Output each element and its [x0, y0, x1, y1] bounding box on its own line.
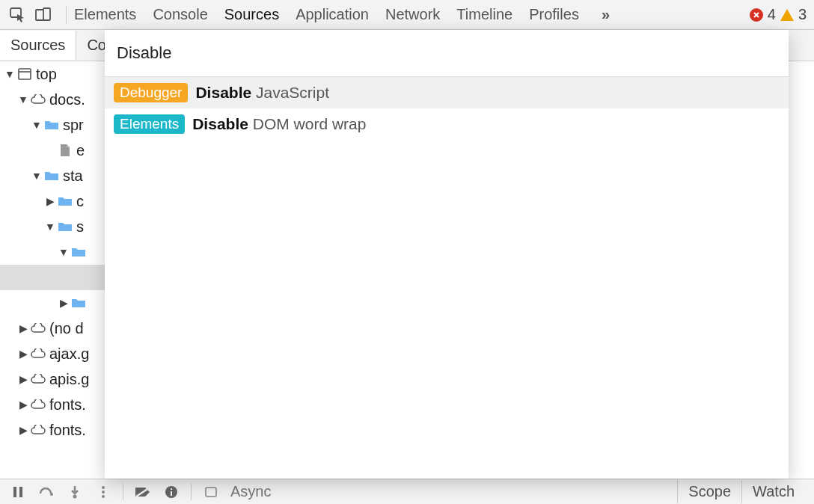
step-into-icon[interactable] [66, 483, 84, 501]
pause-icon[interactable] [9, 483, 27, 501]
tree-row[interactable]: ▼docs. [0, 87, 105, 112]
tab-profiles[interactable]: Profiles [529, 6, 579, 23]
tab-sources[interactable]: Sources [224, 6, 279, 23]
svg-point-9 [102, 486, 105, 489]
debugger-toolbar: Async Scope Watch [0, 479, 814, 504]
tree-label: s [76, 218, 84, 236]
tree-row[interactable]: ▼ [0, 239, 105, 265]
svg-rect-3 [19, 69, 31, 79]
inspect-icon[interactable] [7, 6, 28, 24]
warning-count: 3 [798, 6, 807, 23]
error-icon[interactable] [750, 8, 763, 22]
frame-icon [16, 68, 33, 80]
toolbar-separator [191, 484, 192, 500]
tree-row[interactable] [0, 265, 105, 290]
tree-row[interactable]: ▼s [0, 214, 105, 239]
tree-row[interactable]: ▶ [0, 290, 105, 316]
folder-icon [70, 298, 87, 308]
svg-rect-15 [171, 488, 172, 490]
error-count: 4 [768, 6, 776, 23]
tree-row[interactable]: ▶fonts. [0, 417, 105, 443]
disclosure-down-icon[interactable]: ▼ [45, 221, 55, 233]
scope-tab[interactable]: Scope [677, 480, 741, 503]
tab-application[interactable]: Application [296, 6, 369, 23]
disclosure-down-icon[interactable]: ▼ [18, 93, 28, 105]
devtools-top-toolbar: Elements Console Sources Application Net… [0, 0, 814, 30]
svg-rect-5 [13, 487, 16, 497]
deactivate-breakpoints-icon[interactable] [134, 483, 152, 501]
command-item-text: Disable DOM word wrap [192, 115, 366, 133]
disclosure-down-icon[interactable]: ▼ [31, 170, 42, 182]
cloud-icon [30, 425, 46, 435]
svg-rect-14 [171, 491, 172, 496]
svg-point-8 [73, 494, 77, 498]
cloud-icon [30, 348, 46, 359]
tree-label: e [76, 142, 85, 159]
tree-label: spr [63, 117, 84, 134]
tree-label: fonts. [49, 422, 86, 439]
svg-point-10 [102, 491, 105, 494]
file-icon [57, 144, 73, 157]
disclosure-down-icon[interactable]: ▼ [31, 119, 42, 131]
watch-tab[interactable]: Watch [741, 480, 805, 503]
disclosure-right-icon[interactable]: ▶ [45, 195, 55, 207]
disclosure-right-icon[interactable]: ▶ [18, 322, 28, 334]
debugger-right-tabs: Scope Watch [677, 480, 805, 503]
tree-label: fonts. [49, 396, 86, 414]
tree-label: (no d [49, 320, 84, 337]
tree-row[interactable]: ▶ajax.g [0, 341, 105, 366]
tree-row[interactable]: ▼top [0, 61, 105, 87]
svg-rect-2 [43, 8, 50, 20]
toolbar-separator [66, 6, 67, 24]
step-over-icon[interactable] [37, 483, 55, 501]
disclosure-right-icon[interactable]: ▶ [18, 424, 28, 436]
async-checkbox-icon[interactable] [202, 483, 220, 501]
tab-network[interactable]: Network [385, 6, 440, 23]
command-menu-input[interactable] [105, 30, 789, 77]
more-tabs-icon[interactable]: » [602, 6, 610, 23]
disclosure-down-icon[interactable]: ▼ [58, 246, 69, 258]
disclosure-right-icon[interactable]: ▶ [18, 373, 28, 385]
command-section-badge: Debugger [114, 83, 188, 102]
svg-point-7 [50, 493, 53, 496]
devtools-tabs: Elements Console Sources Application Net… [74, 6, 750, 23]
tree-row[interactable]: e [0, 138, 105, 163]
tab-timeline[interactable]: Timeline [456, 6, 512, 23]
command-menu-item[interactable]: DebuggerDisable JavaScript [105, 77, 789, 108]
tree-label: top [36, 66, 57, 83]
tree-label: ajax.g [49, 345, 89, 363]
tree-row[interactable]: ▶c [0, 188, 105, 214]
tree-label: docs. [49, 91, 85, 108]
folder-icon [57, 221, 73, 232]
folder-icon [70, 247, 87, 257]
folder-icon [43, 120, 60, 130]
file-tree: ▼top▼docs.▼spre▼sta▶c▼s▼▶▶(no d▶ajax.g▶a… [0, 61, 105, 479]
pause-on-exceptions-icon[interactable] [162, 483, 180, 501]
command-menu-item[interactable]: ElementsDisable DOM word wrap [105, 108, 789, 140]
more-controls-icon[interactable] [94, 483, 112, 501]
tab-elements[interactable]: Elements [74, 6, 136, 23]
disclosure-right-icon[interactable]: ▶ [18, 348, 28, 360]
tree-row[interactable]: ▶fonts. [0, 392, 105, 417]
status-indicators: 4 3 [750, 6, 807, 23]
command-menu: DebuggerDisable JavaScriptElementsDisabl… [105, 30, 789, 479]
svg-rect-16 [206, 488, 216, 497]
tree-row[interactable]: ▼spr [0, 112, 105, 138]
async-label: Async [230, 483, 271, 500]
disclosure-right-icon[interactable]: ▶ [18, 399, 28, 411]
tab-console[interactable]: Console [153, 6, 207, 23]
disclosure-down-icon[interactable]: ▼ [4, 68, 15, 80]
device-mode-icon[interactable] [33, 6, 54, 24]
tree-row[interactable]: ▶apis.g [0, 366, 105, 392]
cloud-icon [30, 399, 46, 410]
command-section-badge: Elements [114, 114, 185, 134]
tree-label: apis.g [49, 371, 89, 388]
tree-row[interactable]: ▼sta [0, 163, 105, 188]
tree-label: sta [63, 168, 83, 185]
tree-row[interactable]: ▶(no d [0, 316, 105, 341]
disclosure-right-icon[interactable]: ▶ [58, 297, 69, 309]
cloud-icon [30, 374, 46, 384]
sources-sub-tab-sources[interactable]: Sources [0, 31, 76, 60]
command-item-text: Disable JavaScript [195, 84, 329, 102]
warning-icon[interactable] [780, 9, 794, 21]
